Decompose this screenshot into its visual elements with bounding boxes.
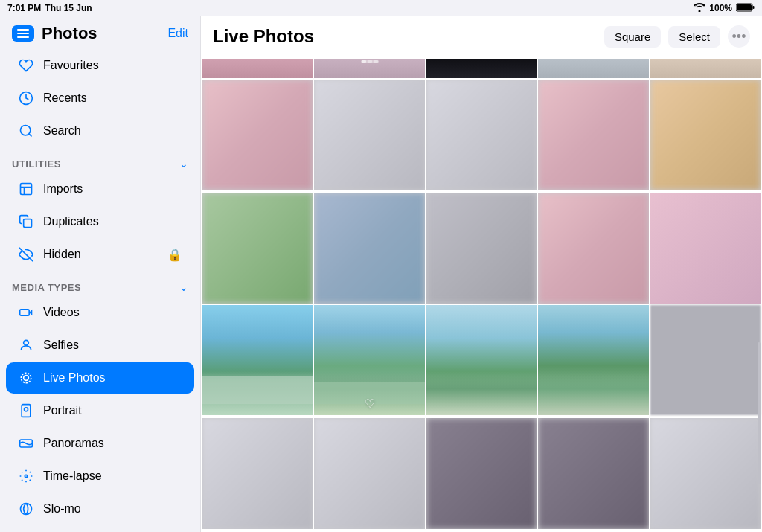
media-types-chevron-icon[interactable]: ⌄: [179, 281, 188, 293]
landscape-cell-1[interactable]: [202, 305, 313, 415]
svg-rect-2: [737, 4, 752, 10]
sidebar-item-slomo[interactable]: Slo-mo: [6, 493, 194, 525]
photo-cell[interactable]: [426, 193, 537, 303]
photo-heart-icon: ♡: [365, 397, 375, 411]
status-bar: 7:01 PM Thu 15 Jun 100%: [0, 0, 762, 16]
sidebar-header: Photos Edit: [0, 16, 200, 49]
square-button[interactable]: Square: [604, 26, 661, 48]
sidebar-favourites-label: Favourites: [43, 59, 182, 72]
svg-point-7: [21, 126, 31, 135]
sidebar-item-live-photos[interactable]: Live Photos: [6, 362, 194, 394]
svg-rect-5: [17, 36, 29, 38]
sidebar-duplicates-label: Duplicates: [43, 215, 182, 228]
wifi-icon: [694, 3, 705, 14]
photo-cell[interactable]: [426, 80, 537, 190]
select-button[interactable]: Select: [668, 26, 720, 48]
top-strip-cell[interactable]: [426, 59, 537, 78]
photo-cell[interactable]: [314, 418, 424, 528]
photo-cell[interactable]: [538, 80, 648, 190]
sidebar-search-label: Search: [43, 124, 182, 138]
photo-cell[interactable]: [650, 80, 761, 190]
clock-icon: [18, 90, 34, 106]
status-time: 7:01 PM: [7, 3, 41, 13]
search-icon: [18, 123, 34, 139]
photo-cell[interactable]: [538, 193, 648, 303]
photo-cell[interactable]: [202, 193, 313, 303]
sidebar-item-hidden[interactable]: Hidden 🔒: [6, 239, 194, 270]
svg-rect-12: [20, 310, 30, 315]
top-strip-cell[interactable]: [650, 59, 761, 78]
svg-rect-4: [17, 33, 29, 34]
more-options-button[interactable]: •••: [728, 25, 750, 48]
landscape-row: ♡: [201, 305, 762, 417]
photo-cell[interactable]: [650, 418, 761, 528]
media-types-title: Media Types: [12, 282, 81, 293]
media-types-section-header: Media Types ⌄: [0, 271, 200, 296]
landscape-cell-4[interactable]: [538, 305, 648, 415]
duplicate-icon: [18, 214, 34, 230]
sidebar-videos-label: Videos: [43, 306, 182, 319]
svg-rect-10: [24, 219, 32, 228]
sidebar-toggle-button[interactable]: [12, 25, 34, 42]
svg-rect-9: [21, 184, 32, 195]
slomo-icon: [18, 501, 34, 517]
svg-rect-3: [17, 29, 29, 31]
svg-point-15: [24, 376, 29, 381]
status-date: Thu 15 Jun: [45, 3, 92, 13]
utilities-section-header: Utilities ⌄: [0, 147, 200, 173]
top-strip-cell[interactable]: [314, 59, 424, 78]
svg-point-21: [21, 504, 32, 515]
photo-cell[interactable]: [314, 193, 424, 303]
photo-cell[interactable]: [202, 418, 313, 528]
svg-line-8: [29, 134, 32, 137]
sidebar-timelapse-label: Time-lapse: [43, 469, 182, 483]
heart-icon: [18, 57, 34, 74]
sidebar-live-photos-label: Live Photos: [43, 371, 182, 385]
sidebar-edit-button[interactable]: Edit: [167, 27, 188, 40]
sidebar-item-portrait[interactable]: Portrait: [6, 395, 194, 426]
sidebar-item-search[interactable]: Search: [6, 115, 194, 147]
svg-point-18: [25, 408, 28, 411]
photo-grid-container[interactable]: ♡: [201, 57, 762, 532]
top-strip-cell[interactable]: [538, 59, 648, 78]
photo-cell[interactable]: [650, 193, 761, 303]
top-strip-row: [201, 57, 762, 78]
sidebar-item-screenshots[interactable]: Screenshots: [6, 526, 194, 532]
sidebar-selfies-label: Selfies: [43, 339, 182, 352]
sidebar-item-timelapse[interactable]: Time-lapse: [6, 461, 194, 492]
content-title: Live Photos: [213, 26, 597, 47]
status-right: 100%: [694, 3, 755, 14]
sidebar-item-favourites[interactable]: Favourites: [6, 50, 194, 81]
photo-cell[interactable]: [538, 418, 648, 528]
photo-cell[interactable]: [426, 418, 537, 528]
utilities-chevron-icon[interactable]: ⌄: [179, 158, 188, 170]
sidebar-item-recents[interactable]: Recents: [6, 83, 194, 114]
svg-point-14: [24, 340, 29, 345]
portrait-icon: [18, 403, 34, 419]
top-strip-cell[interactable]: [202, 59, 313, 78]
sidebar-imports-label: Imports: [43, 182, 182, 196]
scrollbar[interactable]: [758, 342, 761, 484]
sidebar-slomo-label: Slo-mo: [43, 502, 182, 516]
sidebar-portrait-label: Portrait: [43, 404, 182, 417]
more-icon: •••: [732, 29, 746, 45]
landscape-cell-2[interactable]: ♡: [314, 305, 424, 415]
sidebar-item-duplicates[interactable]: Duplicates: [6, 206, 194, 237]
landscape-cell-3[interactable]: [426, 305, 537, 415]
sidebar-panoramas-label: Panoramas: [43, 437, 182, 450]
photo-row-3: [201, 417, 762, 530]
photo-cell[interactable]: [314, 80, 424, 190]
live-photos-icon: [18, 370, 34, 386]
photo-row-1: [201, 78, 762, 191]
sidebar-item-imports[interactable]: Imports: [6, 173, 194, 205]
photo-cell[interactable]: [202, 80, 313, 190]
panorama-icon: [18, 435, 34, 452]
sidebar-item-panoramas[interactable]: Panoramas: [6, 428, 194, 459]
import-icon: [18, 181, 34, 197]
sidebar-item-videos[interactable]: Videos: [6, 297, 194, 328]
sidebar-recents-label: Recents: [43, 92, 182, 105]
sidebar-item-selfies[interactable]: Selfies: [6, 330, 194, 361]
landscape-cell-5[interactable]: [650, 305, 761, 415]
selfie-icon: [18, 337, 34, 353]
utilities-title: Utilities: [12, 158, 61, 170]
